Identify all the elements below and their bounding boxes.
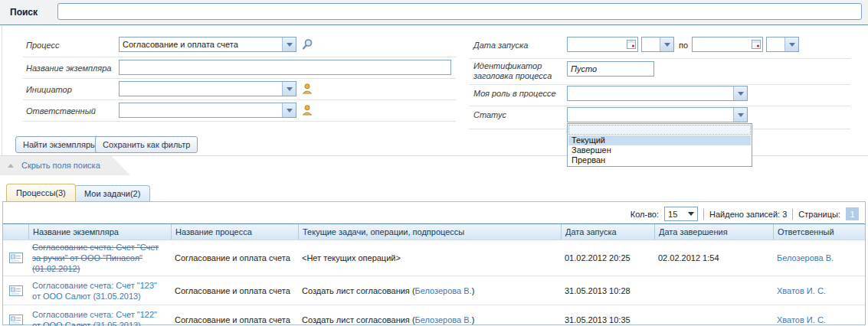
calendar-icon[interactable]	[627, 40, 636, 49]
status-label: Статус	[473, 110, 564, 120]
end-date-cell	[654, 318, 773, 321]
divider	[469, 106, 850, 106]
start-date-to-input[interactable]	[692, 37, 763, 52]
status-option-finished[interactable]: Завершен	[568, 145, 751, 155]
calendar-icon[interactable]	[752, 40, 761, 49]
chevron-down-icon	[789, 43, 795, 47]
header-id-label: Идентификатор заголовка процесса	[473, 61, 559, 81]
header-id-input[interactable]	[567, 61, 654, 77]
start-time-to-value[interactable]	[767, 37, 784, 51]
count-label: Кол-во:	[631, 210, 659, 219]
table-header-row: Название экземпляра Название процесса Те…	[3, 223, 865, 240]
responsible-link[interactable]: Хватов И. С.	[777, 315, 826, 324]
process-instance-icon[interactable]	[9, 285, 23, 296]
process-combobox[interactable]: Согласование и оплата счета	[119, 37, 296, 52]
start-time-from-arrow[interactable]	[660, 37, 673, 51]
search-tab-title: Поиск	[10, 7, 38, 18]
hide-search-fields-link[interactable]: Скрыть поля поиска	[21, 161, 100, 170]
divider	[469, 84, 850, 85]
my-role-combobox-arrow[interactable]	[733, 86, 747, 100]
search-process-icon[interactable]	[301, 38, 313, 51]
process-combobox-arrow[interactable]	[282, 37, 296, 51]
start-time-from-value[interactable]	[642, 37, 660, 51]
select-user-icon[interactable]	[301, 83, 313, 95]
top-tab-content-box[interactable]	[57, 3, 862, 20]
page-number-button[interactable]: 1	[846, 207, 859, 220]
divider	[23, 99, 456, 100]
end-date-cell	[654, 289, 773, 292]
process-name-cell: Согласование и оплата счета	[171, 284, 298, 298]
task-user-link[interactable]: Белозерова В.	[415, 286, 472, 295]
status-option-interrupted[interactable]: Прерван	[568, 155, 751, 165]
status-combobox[interactable]	[567, 107, 748, 122]
end-date-cell: 02.02.2012 1:54	[654, 251, 773, 265]
list-controls: Кол-во: 15 Найдено записей: 3 Страницы: …	[631, 207, 859, 221]
chevron-down-icon	[688, 212, 694, 216]
collapse-up-icon	[8, 164, 14, 168]
header-icon-column	[3, 224, 28, 240]
initiator-label: Инициатор	[26, 85, 118, 95]
header-start-date: Дата запуска	[561, 224, 654, 240]
records-found-text: Найдено записей: 3	[709, 210, 787, 219]
start-time-to-combobox[interactable]	[766, 37, 799, 52]
process-combobox-value[interactable]: Согласование и оплата счета	[120, 37, 282, 51]
instance-link[interactable]: Согласование счета: Счет "123" от ООО Са…	[32, 281, 157, 301]
table-row: Согласование счета: Счет "122" от ООО Са…	[3, 305, 865, 326]
status-option-current[interactable]: Текущий	[568, 135, 751, 145]
current-tasks-cell: Создать лист согласования (Белозерова В.…	[298, 313, 561, 326]
tab-my-tasks[interactable]: Мои задачи(2)	[74, 185, 150, 201]
current-tasks-cell: <Нет текущих операций>	[298, 251, 561, 265]
initiator-combobox[interactable]	[119, 81, 296, 96]
responsible-combobox[interactable]	[119, 103, 296, 118]
current-tasks-cell: Создать лист согласования (Белозерова В.…	[298, 284, 561, 298]
status-combobox-arrow[interactable]	[733, 108, 747, 122]
process-name-cell: Согласование и оплата счета	[171, 313, 298, 326]
start-date-cell: 31.05.2013 10:28	[561, 284, 654, 298]
responsible-combobox-value[interactable]	[120, 103, 282, 117]
responsible-combobox-arrow[interactable]	[282, 103, 296, 117]
page-size-value: 15	[668, 210, 677, 219]
divider	[792, 209, 793, 220]
divider	[23, 57, 456, 57]
task-text: )	[472, 315, 475, 324]
instance-icon-cell	[3, 313, 28, 326]
start-date-label: Дата запуска	[473, 41, 564, 51]
table-row: Согласование счета: Счет "Счет за ручки"…	[3, 240, 865, 276]
my-role-combobox-value[interactable]	[568, 86, 733, 100]
header-responsible: Ответсвенный	[773, 224, 865, 240]
task-text: Создать лист согласования (	[302, 286, 415, 295]
select-user-icon[interactable]	[301, 104, 313, 116]
responsible-link[interactable]: Белозерова В.	[777, 253, 834, 262]
my-role-label: Моя роль в процессе	[473, 89, 564, 99]
responsible-label: Ответственный	[26, 106, 118, 116]
status-option-empty[interactable]	[568, 125, 751, 135]
divider	[2, 26, 2, 156]
start-time-from-combobox[interactable]	[641, 37, 674, 52]
instance-link[interactable]: Согласование счета: Счет "122" от ООО Са…	[32, 310, 157, 326]
chevron-down-icon	[287, 43, 293, 47]
divider	[23, 121, 456, 122]
initiator-combobox-value[interactable]	[120, 82, 282, 96]
instance-name-input[interactable]	[119, 60, 451, 75]
process-label: Процесс	[26, 41, 118, 51]
pages-label: Страницы:	[798, 210, 840, 219]
tab-processes[interactable]: Процессы(3)	[6, 184, 76, 201]
chevron-down-icon	[664, 43, 670, 47]
save-as-filter-button[interactable]: Сохранить как фильтр	[95, 136, 198, 153]
chevron-down-icon	[287, 109, 293, 112]
task-user-link[interactable]: Белозерова В.	[415, 315, 472, 324]
status-combobox-value[interactable]	[568, 108, 733, 122]
process-instance-icon[interactable]	[9, 315, 23, 325]
responsible-link[interactable]: Хватов И. С.	[777, 286, 826, 295]
start-date-from-input[interactable]	[567, 37, 638, 52]
date-range-to-label: по	[679, 41, 688, 51]
instance-link[interactable]: Согласование счета: Счет "Счет за ручки"…	[32, 243, 159, 273]
header-current-tasks: Текущие задачи, операции, подпроцессы	[298, 224, 561, 240]
process-instance-icon[interactable]	[9, 253, 23, 263]
initiator-combobox-arrow[interactable]	[282, 82, 296, 96]
page-size-select[interactable]: 15	[664, 207, 698, 221]
my-role-combobox[interactable]	[567, 86, 748, 101]
start-time-to-arrow[interactable]	[784, 37, 798, 51]
chevron-down-icon	[738, 92, 744, 96]
find-instances-button[interactable]: Найти экземпляры	[15, 136, 104, 153]
